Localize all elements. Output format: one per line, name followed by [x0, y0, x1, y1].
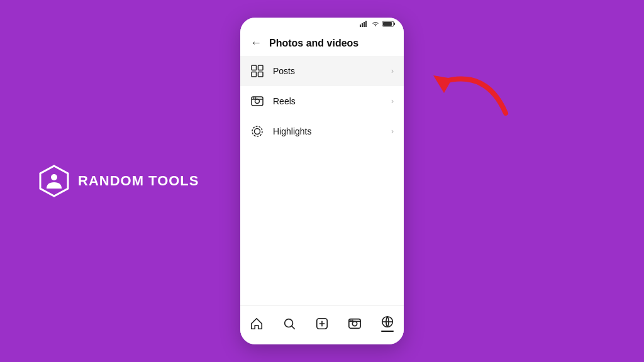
- app-header: ← Photos and videos: [240, 30, 404, 56]
- svg-marker-0: [40, 166, 68, 196]
- highlights-chevron: ›: [391, 127, 394, 136]
- svg-rect-4: [364, 22, 365, 27]
- signal-icon: [360, 21, 369, 27]
- menu-item-reels[interactable]: Reels ›: [240, 86, 404, 116]
- battery-icon: [382, 21, 396, 27]
- header-title: Photos and videos: [269, 38, 358, 49]
- menu-list: Posts › Reels ›: [240, 56, 404, 305]
- svg-marker-32: [433, 75, 452, 93]
- highlights-icon: [250, 124, 264, 138]
- red-arrow-annotation: [405, 63, 518, 147]
- brand-logo: RANDOM TOOLS: [38, 165, 199, 197]
- svg-rect-5: [365, 21, 367, 27]
- search-nav-icon: [282, 317, 296, 331]
- wifi-icon: [371, 21, 380, 27]
- reels-icon: [250, 94, 264, 108]
- add-nav-icon: [315, 317, 329, 331]
- posts-icon: [250, 64, 264, 78]
- svg-rect-10: [258, 65, 264, 70]
- highlights-label: Highlights: [273, 126, 391, 136]
- reels-nav-icon: [348, 317, 362, 331]
- menu-item-posts[interactable]: Posts ›: [240, 56, 404, 86]
- svg-rect-8: [383, 22, 392, 26]
- nav-search[interactable]: [276, 314, 303, 333]
- svg-rect-3: [362, 23, 363, 27]
- svg-rect-12: [258, 72, 264, 77]
- phone-screen: ← Photos and videos Posts ›: [240, 18, 404, 344]
- svg-point-18: [252, 126, 262, 136]
- nav-home[interactable]: [243, 314, 270, 333]
- brand-icon: [38, 165, 70, 197]
- posts-chevron: ›: [391, 67, 394, 75]
- profile-nav-icon: [380, 315, 394, 329]
- svg-rect-9: [252, 65, 257, 70]
- svg-rect-7: [394, 23, 395, 25]
- svg-rect-11: [252, 72, 257, 77]
- svg-point-28: [350, 319, 352, 321]
- svg-rect-2: [360, 25, 361, 27]
- home-icon: [250, 317, 264, 331]
- nav-reels[interactable]: [341, 314, 368, 333]
- svg-point-29: [352, 319, 353, 321]
- svg-line-21: [292, 326, 294, 329]
- reels-chevron: ›: [391, 97, 394, 106]
- svg-point-19: [255, 129, 260, 134]
- bottom-nav: [240, 305, 404, 344]
- status-icons: [360, 21, 396, 27]
- svg-point-26: [352, 321, 357, 326]
- posts-label: Posts: [273, 66, 391, 76]
- brand-title: RANDOM TOOLS: [78, 173, 199, 189]
- reels-label: Reels: [273, 96, 391, 106]
- svg-point-1: [51, 174, 57, 180]
- svg-point-17: [255, 97, 257, 99]
- nav-add[interactable]: [309, 314, 335, 333]
- back-button[interactable]: ←: [250, 36, 262, 50]
- svg-point-16: [253, 97, 255, 99]
- menu-item-highlights[interactable]: Highlights ›: [240, 116, 404, 146]
- status-bar: [240, 18, 404, 30]
- nav-profile[interactable]: [374, 312, 401, 334]
